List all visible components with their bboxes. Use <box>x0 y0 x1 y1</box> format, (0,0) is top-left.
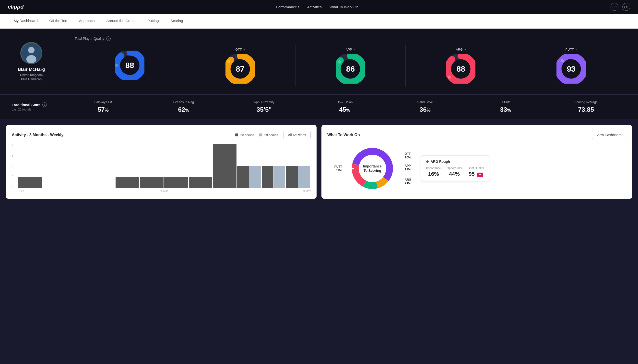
bar-group <box>164 144 188 188</box>
tab-off-the-tee[interactable]: Off the Tee <box>44 14 73 28</box>
stats-subtitle: Last 20 rounds <box>12 108 51 111</box>
chart-legend: On course Off course <box>235 133 278 137</box>
shot-quality-badge: ▼ <box>477 172 483 177</box>
bar-group <box>286 144 309 188</box>
quality-circle-putt: PUTT ↗ 93 <box>516 45 626 86</box>
chart-bars-area: 7 Feb 28 Mar 9 May <box>17 144 311 192</box>
tab-scoring[interactable]: Scoring <box>165 14 189 28</box>
dashboard-panels: Activity - 3 Months - Weekly On course O… <box>0 119 638 204</box>
stat-greens-in-reg: Greens In Reg 62% <box>143 100 224 114</box>
view-dashboard-button[interactable]: View Dashboard <box>592 131 626 139</box>
bar-on-course <box>116 177 139 188</box>
donut-app-value: 86 <box>346 64 355 74</box>
nav-activities[interactable]: Activities <box>307 5 322 9</box>
bar-group <box>213 144 237 188</box>
vertical-divider <box>63 42 63 81</box>
arg-outer-label: ARG 21% <box>405 178 411 185</box>
donut-ott-value: 87 <box>236 64 245 74</box>
bar-on-course <box>213 144 237 188</box>
logo[interactable]: clippd <box>8 4 24 10</box>
legend-on-course: On course <box>235 133 254 137</box>
arrow-icon: ↗ <box>464 48 466 51</box>
info-stat-importance: Importance 16% <box>426 166 441 177</box>
activity-panel-title: Activity - 3 Months - Weekly <box>12 133 63 137</box>
bar-group <box>237 144 261 188</box>
bar-on-course <box>189 177 212 188</box>
info-card-title: ARG Rough <box>426 160 484 164</box>
stat-sand-save: Sand Save 36% <box>385 100 465 114</box>
tab-approach[interactable]: Approach <box>73 14 100 28</box>
bar-on-course <box>18 177 42 188</box>
quality-section: Total Player Quality ? 88 <box>75 36 626 86</box>
sub-navigation: My Dashboard Off the Tee Approach Around… <box>0 14 638 28</box>
bar-group <box>262 144 285 188</box>
stat-up-and-down: Up & Down 45% <box>304 100 385 114</box>
bars-wrapper <box>17 144 311 188</box>
stats-label-group: Traditional Stats ? Last 20 rounds <box>12 102 51 111</box>
donut-app: 86 <box>336 54 365 84</box>
chart-x-labels: 7 Feb 28 Mar 9 May <box>17 190 311 192</box>
arrow-icon: ↗ <box>243 48 245 51</box>
player-card: Blair McHarg United Kingdom Plus Handica… <box>12 42 51 81</box>
on-course-dot <box>235 134 238 136</box>
nav-what-to-work-on[interactable]: What To Work On <box>330 5 358 9</box>
stats-divider <box>57 100 57 114</box>
stats-help-icon[interactable]: ? <box>42 102 47 107</box>
quality-circle-ott: OTT ↗ 87 <box>185 45 296 86</box>
chart-y-labels: 4 3 2 1 0 <box>12 144 13 188</box>
bar-on-course <box>262 166 274 188</box>
nav-performance[interactable]: Performance ▾ <box>276 5 299 9</box>
what-to-work-on-panel: What To Work On View Dashboard PUTT 57% <box>321 125 632 199</box>
bar-on-course <box>140 177 163 188</box>
off-course-dot <box>259 134 262 136</box>
stat-fairways-hit: Fairways Hit 57% <box>63 100 143 114</box>
bar-on-course <box>237 166 249 188</box>
user-menu-button[interactable]: ⊙ ▾ <box>622 3 630 11</box>
help-icon[interactable]: ? <box>106 36 111 41</box>
bar-off-course <box>274 166 285 188</box>
bar-on-course <box>286 166 298 188</box>
stat-scoring-average: Scoring Average 73.85 <box>546 100 626 114</box>
activity-chart-panel: Activity - 3 Months - Weekly On course O… <box>6 125 317 199</box>
donut-right-labels: OTT 10% APP 12% ARG 21% <box>405 152 411 185</box>
wtwo-panel-header: What To Work On View Dashboard <box>327 131 626 139</box>
plus-icon: ⊕ <box>612 5 615 9</box>
svg-point-2 <box>26 55 36 63</box>
ott-outer-label: OTT 10% <box>405 152 411 159</box>
tab-putting[interactable]: Putting <box>141 14 165 28</box>
donut-arg-value: 88 <box>456 64 465 74</box>
player-handicap: Plus Handicap <box>21 77 42 81</box>
bar-group <box>189 144 212 188</box>
bar-group <box>116 144 139 188</box>
arrow-icon: ↗ <box>575 48 577 51</box>
donut-total: 88 <box>115 50 144 80</box>
tab-around-the-green[interactable]: Around the Green <box>101 14 141 28</box>
bar-off-course <box>249 166 261 188</box>
donut-arg: 88 <box>446 54 476 84</box>
wtwo-content: PUTT 57% ImportanceTo Scoring <box>327 144 626 193</box>
donut-ott: 87 <box>226 54 255 84</box>
donut-total-value: 88 <box>125 61 134 70</box>
donut-putt-value: 93 <box>567 64 576 74</box>
add-button[interactable]: ⊕ ▾ <box>610 3 618 11</box>
hero-inner: Blair McHarg United Kingdom Plus Handica… <box>12 36 626 86</box>
bar-group <box>91 144 115 188</box>
bar-group <box>18 144 42 188</box>
player-name: Blair McHarg <box>18 67 45 72</box>
quality-circles: 88 OTT ↗ 87 <box>75 45 626 86</box>
activity-panel-header: Activity - 3 Months - Weekly On course O… <box>12 131 311 139</box>
donut-center-label: ImportanceTo Scoring <box>363 164 381 173</box>
nav-links: Performance ▾ Activities What To Work On <box>276 5 358 9</box>
donut-chart: ImportanceTo Scoring <box>348 144 397 193</box>
tab-my-dashboard[interactable]: My Dashboard <box>8 14 44 28</box>
bar-group <box>43 144 66 188</box>
bar-group <box>140 144 163 188</box>
add-chevron-icon: ▾ <box>615 6 617 8</box>
player-country: United Kingdom <box>20 73 43 77</box>
nav-right: ⊕ ▾ ⊙ ▾ <box>610 3 630 11</box>
top-navigation: clippd Performance ▾ Activities What To … <box>0 0 638 14</box>
stats-title: Traditional Stats ? <box>12 102 51 107</box>
bars-container <box>17 144 311 188</box>
info-card: ARG Rough Importance 16% Opportunity 44%… <box>421 156 489 182</box>
all-activities-button[interactable]: All Activities <box>283 131 311 139</box>
